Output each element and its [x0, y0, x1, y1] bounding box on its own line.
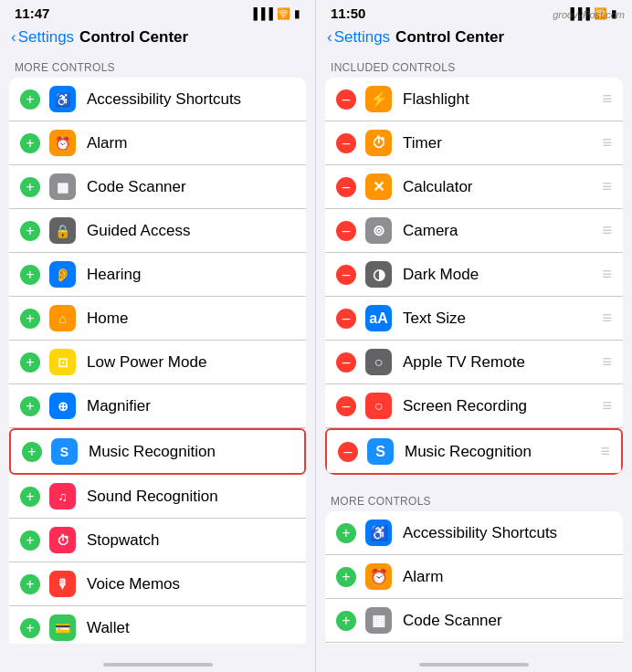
- list-item[interactable]: +⏰Alarm: [9, 121, 306, 165]
- list-item[interactable]: +♫Sound Recognition: [9, 475, 306, 519]
- add-button[interactable]: +: [20, 352, 40, 373]
- add-button[interactable]: +: [20, 133, 40, 153]
- add-button[interactable]: +: [20, 221, 40, 241]
- right-status-time: 11:50: [331, 5, 365, 21]
- item-icon: ⏱: [365, 130, 392, 156]
- item-icon: ▦: [49, 173, 76, 200]
- list-item[interactable]: –aAText Size≡: [325, 297, 623, 341]
- item-icon: ♿: [365, 520, 392, 546]
- drag-handle-icon[interactable]: ≡: [602, 177, 612, 196]
- add-button[interactable]: +: [336, 567, 356, 587]
- list-item[interactable]: –SMusic Recognition≡: [325, 428, 623, 475]
- item-label: Code Scanner: [87, 178, 295, 196]
- item-label: Accessibility Shortcuts: [87, 90, 295, 109]
- item-label: Hearing: [87, 266, 295, 284]
- left-nav-title: Control Center: [79, 28, 188, 47]
- add-button[interactable]: +: [20, 618, 40, 638]
- list-item[interactable]: +⏱Stopwatch: [9, 519, 306, 562]
- list-item[interactable]: +🔒Guided Access: [325, 643, 623, 644]
- left-list: +♿Accessibility Shortcuts+⏰Alarm+▦Code S…: [9, 78, 306, 644]
- remove-button[interactable]: –: [336, 89, 356, 110]
- item-label: Camera: [403, 222, 595, 240]
- list-item[interactable]: –○Screen Recording≡: [325, 384, 623, 428]
- right-scroll-area[interactable]: INCLUDED CONTROLS –⚡Flashlight≡–⏱Timer≡–…: [316, 54, 632, 644]
- list-item[interactable]: –⏱Timer≡: [325, 121, 623, 165]
- left-status-icons: ▐▐▐ 🛜 ▮: [249, 7, 300, 20]
- list-item[interactable]: +▦Code Scanner: [9, 165, 306, 209]
- item-label: Timer: [403, 134, 595, 152]
- add-button[interactable]: +: [20, 396, 40, 416]
- item-icon: 🔒: [49, 217, 76, 244]
- list-item[interactable]: +⌂Home: [9, 297, 306, 341]
- drag-handle-icon[interactable]: ≡: [602, 221, 612, 240]
- list-item[interactable]: –○Apple TV Remote≡: [325, 341, 623, 384]
- item-label: Music Recognition: [405, 443, 593, 461]
- add-button[interactable]: +: [22, 442, 42, 462]
- remove-button[interactable]: –: [336, 221, 356, 241]
- item-icon: ⌂: [49, 305, 76, 331]
- drag-handle-icon[interactable]: ≡: [602, 396, 612, 415]
- drag-handle-icon[interactable]: ≡: [600, 442, 610, 461]
- list-item[interactable]: +⊡Low Power Mode: [9, 341, 306, 384]
- drag-handle-icon[interactable]: ≡: [602, 133, 612, 152]
- item-icon: ▦: [365, 607, 392, 634]
- left-home-indicator: [103, 663, 213, 667]
- remove-button[interactable]: –: [338, 442, 358, 462]
- list-item[interactable]: +⊕Magnifier: [9, 384, 306, 428]
- list-item[interactable]: +🔒Guided Access: [9, 209, 306, 253]
- drag-handle-icon[interactable]: ≡: [602, 89, 612, 109]
- list-item[interactable]: +♿Accessibility Shortcuts: [9, 78, 306, 121]
- add-button[interactable]: +: [336, 523, 356, 543]
- left-phone-panel: 11:47 ▐▐▐ 🛜 ▮ ‹ Settings Control Center …: [0, 0, 316, 672]
- list-item[interactable]: –◑Dark Mode≡: [325, 253, 623, 297]
- add-button[interactable]: +: [20, 265, 40, 285]
- add-button[interactable]: +: [20, 309, 40, 329]
- left-back-button[interactable]: ‹ Settings: [11, 28, 74, 47]
- item-label: Magnifier: [87, 397, 295, 415]
- item-icon: ⏰: [365, 563, 392, 590]
- add-button[interactable]: +: [336, 611, 356, 631]
- list-item[interactable]: +♿Accessibility Shortcuts: [325, 511, 623, 555]
- right-home-indicator: [419, 663, 529, 667]
- item-label: Screen Recording: [403, 397, 595, 415]
- list-item[interactable]: +SMusic Recognition: [9, 428, 306, 475]
- item-icon: S: [51, 438, 78, 465]
- remove-button[interactable]: –: [336, 352, 356, 373]
- item-icon: ⊡: [49, 349, 76, 375]
- remove-button[interactable]: –: [336, 177, 356, 197]
- item-icon: S: [367, 438, 394, 465]
- item-icon: ⏰: [49, 130, 76, 156]
- item-icon: aA: [365, 305, 392, 331]
- right-back-button[interactable]: ‹ Settings: [327, 28, 390, 47]
- list-item[interactable]: +👂Hearing: [9, 253, 306, 297]
- list-item[interactable]: +▦Code Scanner: [325, 599, 623, 643]
- list-item[interactable]: –✕Calculator≡: [325, 165, 623, 209]
- list-item[interactable]: –⊚Camera≡: [325, 209, 623, 253]
- list-item[interactable]: –⚡Flashlight≡: [325, 78, 623, 121]
- item-icon: ⚡: [365, 86, 392, 112]
- item-label: Flashlight: [403, 90, 595, 109]
- add-button[interactable]: +: [20, 574, 40, 594]
- left-nav-bar: ‹ Settings Control Center: [0, 25, 315, 54]
- list-item[interactable]: +⏰Alarm: [325, 555, 623, 599]
- add-button[interactable]: +: [20, 530, 40, 551]
- drag-handle-icon[interactable]: ≡: [602, 309, 612, 328]
- remove-button[interactable]: –: [336, 265, 356, 285]
- item-label: Calculator: [403, 178, 595, 196]
- add-button[interactable]: +: [20, 89, 40, 110]
- list-item[interactable]: +💳Wallet: [9, 606, 306, 644]
- remove-button[interactable]: –: [336, 396, 356, 416]
- list-item[interactable]: +🎙Voice Memos: [9, 562, 306, 606]
- item-icon: ○: [365, 349, 392, 375]
- drag-handle-icon[interactable]: ≡: [602, 265, 612, 284]
- add-button[interactable]: +: [20, 177, 40, 197]
- add-button[interactable]: +: [20, 487, 40, 507]
- left-section-header: MORE CONTROLS: [0, 54, 315, 78]
- item-icon: ♫: [49, 483, 76, 509]
- drag-handle-icon[interactable]: ≡: [602, 352, 612, 372]
- item-label: Accessibility Shortcuts: [403, 524, 612, 542]
- signal-icon: ▐▐▐: [249, 7, 273, 20]
- left-scroll-area[interactable]: MORE CONTROLS +♿Accessibility Shortcuts+…: [0, 54, 315, 644]
- remove-button[interactable]: –: [336, 309, 356, 329]
- remove-button[interactable]: –: [336, 133, 356, 153]
